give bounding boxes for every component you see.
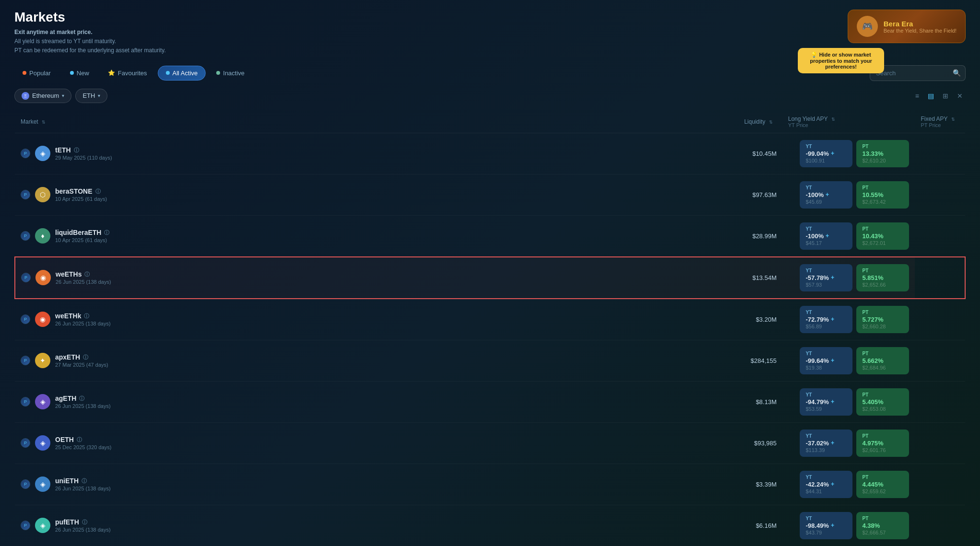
asset-icon-pufETH: ◈	[35, 518, 50, 533]
yt-cell-weETHk: YT -72.79% + $56.89 PT 5.727% $2,660.28	[782, 299, 915, 340]
view-close-icon[interactable]: ✕	[954, 90, 966, 102]
yt-value-weETHs: -57.78% +	[805, 274, 834, 281]
market-cell-berastone: P ⬡ beraSTONE ⓘ 10 Apr 2025 (61 days)	[15, 174, 738, 215]
popular-dot	[23, 71, 26, 75]
yt-label: YT	[805, 268, 812, 273]
view-list-icon[interactable]: ▤	[925, 90, 937, 102]
pt-btn-liquidberaETH[interactable]: PT 10.43% $2,672.01	[856, 222, 909, 250]
asset-icon-agETH: ◈	[35, 394, 50, 409]
market-date-weETHk: 26 Jun 2025 (138 days)	[55, 321, 111, 326]
pt-btn-weETHk[interactable]: PT 5.727% $2,660.28	[856, 306, 909, 333]
yt-btn-OETH[interactable]: YT -37.02% + $113.39	[800, 430, 852, 457]
yt-btn-weETHs[interactable]: YT -57.78% + $57.93	[800, 264, 852, 291]
yt-btn-berastone[interactable]: YT -100% + $45.69	[800, 181, 852, 209]
liquidity-pufETH: $6.16M	[738, 505, 782, 546]
pt-btn-uniETH[interactable]: PT 4.445% $2,659.62	[856, 471, 909, 498]
market-info-weETHk: weETHk ⓘ 26 Jun 2025 (138 days)	[55, 312, 111, 326]
pt-label: PT	[862, 433, 868, 439]
search-container: 🔍	[870, 65, 966, 81]
market-cell-teth: P ◈ tETH ⓘ 29 May 2025 (110 days)	[15, 133, 738, 174]
market-sort-icon[interactable]: ⇅	[42, 120, 46, 125]
yt-price-berastone: $45.69	[805, 199, 822, 205]
table-row[interactable]: P ⬡ beraSTONE ⓘ 10 Apr 2025 (61 days) $9…	[15, 174, 965, 215]
yt-btn-weETHk[interactable]: YT -72.79% + $56.89	[800, 306, 852, 333]
pt-price-pufETH: $2,666.57	[862, 530, 886, 535]
search-input[interactable]	[870, 65, 966, 81]
pt-value-uniETH: 4.445%	[862, 481, 883, 488]
info-icon-berastone[interactable]: ⓘ	[95, 188, 101, 195]
pendle-icon: P	[21, 397, 30, 407]
table-row[interactable]: P ◈ tETH ⓘ 29 May 2025 (110 days) $10.45…	[15, 133, 965, 174]
table-row[interactable]: P ◉ weETHk ⓘ 26 Jun 2025 (138 days) $3.2…	[15, 299, 965, 340]
yt-btn-agETH[interactable]: YT -94.79% + $53.59	[800, 388, 852, 416]
pt-btn-OETH[interactable]: PT 4.975% $2,601.76	[856, 430, 909, 457]
yt-btn-liquidberaETH[interactable]: YT -100% + $45.17	[800, 222, 852, 250]
tab-new[interactable]: New	[62, 66, 97, 81]
table-row[interactable]: P ◈ uniETH ⓘ 26 Jun 2025 (138 days) $3.3…	[15, 464, 965, 505]
yt-price-pufETH: $43.79	[805, 530, 822, 535]
asset-chevron-icon: ▾	[98, 93, 100, 98]
pt-btn-pufETH[interactable]: PT 4.38% $2,666.57	[856, 512, 909, 539]
info-icon-liquidberaETH[interactable]: ⓘ	[104, 229, 109, 236]
pt-price-weETHk: $2,660.28	[862, 324, 886, 329]
yt-plus-icon: +	[831, 398, 834, 405]
view-list-small-icon[interactable]: ≡	[912, 90, 922, 102]
tab-inactive[interactable]: Inactive	[209, 66, 252, 80]
yield-sort-icon[interactable]: ⇅	[831, 117, 835, 122]
pt-btn-weETHs[interactable]: PT 5.851% $2,652.66	[856, 264, 909, 291]
yt-btn-uniETH[interactable]: YT -42.24% + $44.31	[800, 471, 852, 498]
market-name-uniETH: uniETH	[55, 477, 79, 485]
asset-icon-berastone: ⬡	[35, 187, 50, 202]
view-grid-icon[interactable]: ⊞	[940, 90, 951, 102]
info-icon-teth[interactable]: ⓘ	[74, 147, 79, 154]
market-cell-uniETH: P ◈ uniETH ⓘ 26 Jun 2025 (138 days)	[15, 464, 738, 505]
info-icon-apxETH[interactable]: ⓘ	[83, 354, 88, 361]
tab-favourites[interactable]: ⭐ Favourites	[100, 66, 155, 80]
pt-price-OETH: $2,601.76	[862, 447, 886, 453]
yt-value-berastone: -100% +	[805, 191, 829, 198]
pt-btn-agETH[interactable]: PT 5.405% $2,653.08	[856, 388, 909, 416]
subtitle-line2: All yield is streamed to YT until maturi…	[14, 37, 166, 46]
table-row[interactable]: P ✦ apxETH ⓘ 27 Mar 2025 (47 days) $284,…	[15, 340, 965, 381]
yt-btn-pufETH[interactable]: YT -98.49% + $43.79	[800, 512, 852, 539]
yt-price-weETHk: $56.89	[805, 324, 822, 329]
pt-value-berastone: 10.55%	[862, 191, 883, 198]
yt-btn-apxETH[interactable]: YT -99.64% + $19.38	[800, 347, 852, 374]
yt-price-OETH: $113.39	[805, 447, 825, 453]
info-icon-pufETH[interactable]: ⓘ	[82, 519, 87, 526]
pendle-icon: P	[21, 314, 30, 324]
pt-label: PT	[862, 392, 868, 397]
tab-new-label: New	[77, 70, 89, 77]
bera-banner[interactable]: Bera Era Bear the Yield, Share the Field…	[848, 10, 966, 43]
pt-value-teth: 13.33%	[862, 150, 883, 157]
fixed-sort-icon[interactable]: ⇅	[951, 117, 955, 122]
pt-price-berastone: $2,673.42	[862, 199, 886, 205]
tab-allactive[interactable]: All Active	[158, 66, 206, 81]
info-icon-agETH[interactable]: ⓘ	[79, 395, 84, 402]
pt-btn-berastone[interactable]: PT 10.55% $2,673.42	[856, 181, 909, 209]
info-icon-OETH[interactable]: ⓘ	[77, 436, 82, 443]
table-row[interactable]: P ◈ agETH ⓘ 26 Jun 2025 (138 days) $8.13…	[15, 381, 965, 422]
tab-popular[interactable]: Popular	[14, 66, 59, 81]
eth-asset-filter[interactable]: ETH ▾	[75, 89, 107, 103]
tab-inactive-label: Inactive	[223, 70, 245, 77]
table-row[interactable]: P ◉ weETHs ⓘ 26 Jun 2025 (138 days) $13.…	[15, 257, 965, 299]
yt-label: YT	[805, 392, 812, 397]
ethereum-filter[interactable]: Ξ Ethereum ▾	[14, 89, 71, 103]
pt-label: PT	[862, 351, 868, 356]
market-date-agETH: 26 Jun 2025 (138 days)	[55, 403, 111, 409]
table-row[interactable]: P ◈ pufETH ⓘ 26 Jun 2025 (138 days) $6.1…	[15, 505, 965, 546]
info-icon-weETHs[interactable]: ⓘ	[84, 271, 90, 278]
inactive-dot	[216, 71, 220, 75]
pt-btn-apxETH[interactable]: PT 5.662% $2,684.96	[856, 347, 909, 374]
subtitle-line1: Exit anytime at market price.	[14, 28, 166, 37]
table-row[interactable]: P ♦ liquidBeraETH ⓘ 10 Apr 2025 (61 days…	[15, 215, 965, 257]
eth-chain-icon: Ξ	[22, 92, 29, 100]
search-icon[interactable]: 🔍	[953, 69, 961, 77]
info-icon-weETHk[interactable]: ⓘ	[84, 313, 89, 320]
pt-btn-teth[interactable]: PT 13.33% $2,610.20	[856, 140, 909, 167]
liquidity-sort-icon[interactable]: ⇅	[769, 120, 773, 125]
info-icon-uniETH[interactable]: ⓘ	[82, 477, 87, 485]
yt-btn-teth[interactable]: YT -99.04% + $100.91	[800, 140, 852, 167]
table-row[interactable]: P ◈ OETH ⓘ 25 Dec 2025 (320 days) $93,98…	[15, 422, 965, 464]
